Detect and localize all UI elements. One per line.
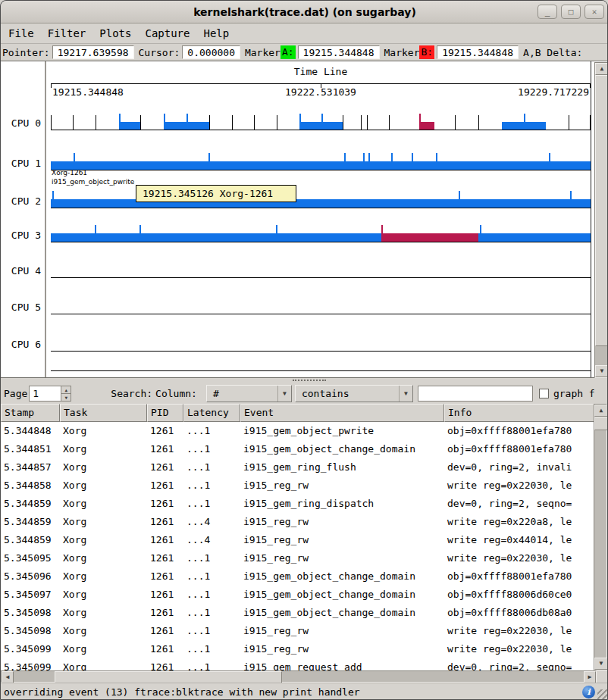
title-bar[interactable]: kernelshark(trace.dat) (on sugarbay) _ □… xyxy=(1,1,608,23)
event-tick-icon xyxy=(455,115,456,130)
table-row[interactable]: 5.344848Xorg1261...1i915_gem_object_pwri… xyxy=(1,422,595,440)
table-row[interactable]: 5.344857Xorg1261...1i915_gem_ring_flushd… xyxy=(1,458,595,477)
menu-item-plots[interactable]: Plots xyxy=(92,25,138,42)
timeline-title: Time Line xyxy=(51,66,591,77)
event-tick-icon xyxy=(51,115,52,130)
table-horizontal-scrollbar[interactable]: ◀ ▶ xyxy=(1,670,597,683)
cpu-plot-row[interactable] xyxy=(51,212,591,242)
table-row[interactable]: 5.344859Xorg1261...4i915_reg_rwwrite reg… xyxy=(1,531,595,549)
column-select[interactable]: # ▼ xyxy=(206,385,292,402)
table-row[interactable]: 5.345095Xorg1261...1i915_reg_rwwrite reg… xyxy=(1,549,595,567)
table-row[interactable]: 5.344858Xorg1261...1i915_reg_rwwrite reg… xyxy=(1,477,595,495)
marker-bar: Pointer: 19217.639598 Cursor: 0.000000 M… xyxy=(1,44,608,61)
scroll-down-arrow-icon[interactable]: ▼ xyxy=(594,658,608,670)
table-cell: Xorg xyxy=(60,495,147,513)
cpu-label-cpu0: CPU 0 xyxy=(11,117,41,130)
table-row[interactable]: 5.344851Xorg1261...1i915_gem_object_chan… xyxy=(1,440,595,458)
timeline-plot[interactable]: Time Line 19215.344848 19222.531039 1922… xyxy=(51,61,591,377)
event-tick-icon xyxy=(95,225,96,233)
kernelshark-window: kernelshark(trace.dat) (on sugarbay) _ □… xyxy=(0,0,608,700)
task-bar-blue xyxy=(299,122,343,130)
menu-item-capture[interactable]: Capture xyxy=(138,25,196,42)
scroll-up-arrow-icon[interactable]: ▲ xyxy=(594,405,608,417)
table-cell: 1261 xyxy=(147,586,183,604)
table-row[interactable]: 5.345099Xorg1261...1i915_reg_rwwrite reg… xyxy=(1,640,595,658)
table-cell: ...1 xyxy=(183,622,240,640)
cpu-plot-row[interactable] xyxy=(51,100,591,130)
table-cell: 5.345096 xyxy=(1,567,60,586)
column-header-event[interactable]: Event xyxy=(240,404,444,422)
cpu-plot-row[interactable] xyxy=(51,341,591,371)
table-row[interactable]: 5.345098Xorg1261...1i915_reg_rwwrite reg… xyxy=(1,622,595,640)
close-button[interactable]: ✕ xyxy=(584,5,604,19)
timeline-graph-pane: CPU 0CPU 1CPU 2CPU 3CPU 4CPU 5CPU 6 Time… xyxy=(1,61,608,378)
column-header-stamp[interactable]: Stamp xyxy=(1,404,60,422)
table-cell: i915_gem_ring_flush xyxy=(240,458,444,477)
table-cell: write reg=0x22030, le xyxy=(444,640,595,658)
table-row[interactable]: 5.345098Xorg1261...1i915_gem_object_chan… xyxy=(1,604,595,622)
event-tick-icon xyxy=(480,225,481,233)
status-message: overriding event (13) ftrace:blktrace wi… xyxy=(4,686,360,698)
menu-item-help[interactable]: Help xyxy=(196,25,236,42)
table-cell: i915_reg_rw xyxy=(240,531,444,549)
table-row[interactable]: 5.345096Xorg1261...1i915_gem_object_chan… xyxy=(1,567,595,586)
event-tick-icon xyxy=(139,225,141,233)
table-cell: obj=0xffff88001efa780 xyxy=(444,422,595,440)
table-cell: write reg=0x22030, le xyxy=(444,549,595,567)
table-cell: i915_reg_rw xyxy=(240,477,444,495)
event-tick-icon xyxy=(254,115,255,130)
maximize-button[interactable]: □ xyxy=(561,5,581,19)
table-cell: obj=0xffff88001efa780 xyxy=(444,440,595,458)
cpu-plot-row[interactable] xyxy=(51,284,591,314)
table-row[interactable]: 5.345097Xorg1261...1i915_gem_object_chan… xyxy=(1,586,595,604)
scroll-down-arrow-icon[interactable]: ▼ xyxy=(595,365,608,377)
graph-scrollbar-thumb[interactable] xyxy=(595,75,608,346)
spin-down-icon[interactable]: ▼ xyxy=(61,394,71,401)
menu-item-file[interactable]: File xyxy=(2,25,41,42)
resize-grip[interactable] xyxy=(597,689,608,700)
table-cell: 5.344848 xyxy=(1,422,60,440)
column-header-info[interactable]: Info xyxy=(444,404,595,422)
table-cell: Xorg xyxy=(60,567,147,586)
column-header-latency[interactable]: Latency xyxy=(183,404,240,422)
table-cell: 1261 xyxy=(147,640,183,658)
scroll-left-arrow-icon[interactable]: ◀ xyxy=(2,671,14,683)
cpu-plot-row[interactable] xyxy=(51,140,591,170)
table-row[interactable]: 5.345099Xorg1261...1i915_gem_request_add… xyxy=(1,658,595,670)
match-select[interactable]: contains ▼ xyxy=(295,385,413,402)
table-row[interactable]: 5.344859Xorg1261...1i915_gem_ring_dispat… xyxy=(1,495,595,513)
scroll-up-arrow-icon[interactable]: ▲ xyxy=(595,63,608,75)
scroll-right-arrow-icon[interactable]: ▶ xyxy=(584,671,596,683)
time-label-middle: 19222.531039 xyxy=(51,86,591,98)
graph-follows-checkbox[interactable] xyxy=(539,389,549,398)
table-scrollbar-thumb[interactable] xyxy=(594,417,608,430)
table-cell: 5.344859 xyxy=(1,495,60,513)
cpu-label-gutter: CPU 0CPU 1CPU 2CPU 3CPU 4CPU 5CPU 6 xyxy=(1,61,46,377)
table-cell: write reg=0x22030, le xyxy=(444,477,595,495)
menu-bar: FileFilterPlotsCaptureHelp xyxy=(1,23,608,44)
table-cell: 1261 xyxy=(147,658,183,670)
task-bar-red xyxy=(381,233,478,242)
pane-divider-handle[interactable] xyxy=(1,378,608,383)
table-cell: ...1 xyxy=(183,458,240,477)
graph-vertical-scrollbar[interactable]: ▲ ▼ xyxy=(594,62,608,378)
search-input[interactable] xyxy=(418,386,533,402)
horizontal-scrollbar-thumb[interactable] xyxy=(55,671,282,683)
spin-up-icon[interactable]: ▲ xyxy=(61,386,71,394)
column-header-pid[interactable]: PID xyxy=(147,404,183,422)
column-header-task[interactable]: Task xyxy=(60,404,147,422)
minimize-button[interactable]: _ xyxy=(537,5,557,19)
menu-item-filter[interactable]: Filter xyxy=(41,25,93,42)
table-cell: 5.345095 xyxy=(1,549,60,567)
table-row[interactable]: 5.344859Xorg1261...4i915_reg_rwwrite reg… xyxy=(1,513,595,531)
cpu-plot-row[interactable] xyxy=(51,248,591,278)
page-spinbox-value[interactable]: 1 xyxy=(29,386,61,402)
table-cell: Xorg xyxy=(60,658,147,670)
table-vertical-scrollbar[interactable]: ▲ ▼ xyxy=(594,404,607,670)
table-cell: ...4 xyxy=(183,531,240,549)
window-title: kernelshark(trace.dat) (on sugarbay) xyxy=(193,6,416,18)
ab-delta-label: A,B Delta: xyxy=(523,47,582,58)
table-cell: Xorg xyxy=(60,440,147,458)
marker-a-value: 19215.344848 xyxy=(298,45,380,59)
event-tick-icon xyxy=(389,115,390,130)
